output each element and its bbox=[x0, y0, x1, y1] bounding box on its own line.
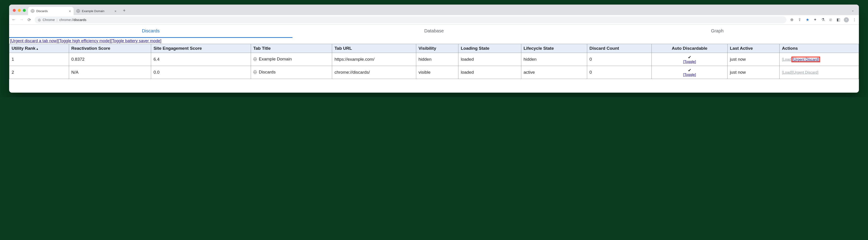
discards-table: Utility Rank Reactivation Score Site Eng… bbox=[9, 44, 859, 79]
load-action-link[interactable]: [Load] bbox=[782, 58, 792, 61]
toggle-battery-saver-link[interactable]: [Toggle battery saver mode] bbox=[111, 38, 161, 43]
zoom-icon[interactable]: ⊕ bbox=[789, 17, 794, 22]
cell-auto-discardable: ✔[Toggle] bbox=[652, 66, 727, 79]
tab-title: Example Domain bbox=[82, 9, 104, 13]
table-row: 2N/A0.0Discardschrome://discards/visible… bbox=[9, 66, 859, 79]
globe-icon bbox=[76, 9, 80, 13]
check-icon: ✔ bbox=[688, 68, 691, 72]
browser-tab-example[interactable]: Example Domain × bbox=[73, 7, 119, 15]
url-prefix: Chrome bbox=[43, 18, 55, 22]
url-dim: chrome:// bbox=[59, 18, 73, 22]
urgent-discard-action-link[interactable]: [Urgent Discard] bbox=[792, 57, 819, 62]
cell-loading: loaded bbox=[458, 66, 521, 79]
labs-icon[interactable]: ⚗ bbox=[820, 17, 825, 22]
col-lifecycle-state[interactable]: Lifecycle State bbox=[521, 44, 587, 53]
browser-window: Discards × Example Domain × + ⌄ ← → ⟳ ◎ … bbox=[9, 5, 859, 93]
cell-loading: loaded bbox=[458, 53, 521, 66]
cell-title: Discards bbox=[251, 66, 332, 79]
cell-title: Example Domain bbox=[251, 53, 332, 66]
cell-visibility: hidden bbox=[416, 53, 458, 66]
forward-icon[interactable]: → bbox=[19, 17, 24, 22]
cell-last-active: just now bbox=[727, 66, 780, 79]
cell-rank: 1 bbox=[9, 53, 69, 66]
cell-site-engagement: 0.0 bbox=[151, 66, 251, 79]
address-bar[interactable]: ◎ Chrome | chrome://discards bbox=[35, 17, 786, 23]
table-row: 10.83726.4Example Domainhttps://example.… bbox=[9, 53, 859, 66]
close-tab-icon[interactable]: × bbox=[69, 9, 71, 13]
toggle-link[interactable]: [Toggle] bbox=[654, 60, 725, 64]
cell-discard-count: 0 bbox=[587, 53, 651, 66]
cell-visibility: visible bbox=[416, 66, 458, 79]
col-actions[interactable]: Actions bbox=[780, 44, 859, 53]
globe-icon bbox=[253, 70, 257, 74]
cast-icon[interactable]: ⎚ bbox=[828, 18, 833, 22]
cell-reactivation: 0.8372 bbox=[69, 53, 151, 66]
menu-icon[interactable]: ⋮ bbox=[852, 17, 857, 22]
sidepanel-icon[interactable]: ◧ bbox=[836, 17, 841, 22]
cell-discard-count: 0 bbox=[587, 66, 651, 79]
globe-icon bbox=[253, 57, 257, 61]
cell-url: https://example.com/ bbox=[332, 53, 416, 66]
site-info-icon[interactable]: ◎ bbox=[38, 18, 41, 22]
cell-reactivation: N/A bbox=[69, 66, 151, 79]
browser-tab-discards[interactable]: Discards × bbox=[28, 7, 73, 15]
cell-site-engagement: 6.4 bbox=[151, 53, 251, 66]
bookmark-star-icon[interactable]: ★ bbox=[805, 17, 810, 22]
cell-url: chrome://discards/ bbox=[332, 66, 416, 79]
cell-lifecycle: hidden bbox=[521, 53, 587, 66]
traffic-lights bbox=[13, 9, 26, 12]
cell-last-active: just now bbox=[727, 53, 780, 66]
col-reactivation-score[interactable]: Reactivation Score bbox=[69, 44, 151, 53]
globe-icon bbox=[31, 9, 34, 13]
load-action-link[interactable]: [Load] bbox=[782, 70, 792, 74]
maximize-window-dot[interactable] bbox=[23, 9, 26, 12]
toolbar: ← → ⟳ ◎ Chrome | chrome://discards ⊕ ⇪ ★… bbox=[9, 15, 859, 25]
cell-actions: [Load][Urgent Discard] bbox=[780, 66, 859, 79]
top-link-bar: [Urgent discard a tab now][Toggle high e… bbox=[9, 38, 859, 44]
new-tab-button[interactable]: + bbox=[121, 8, 127, 13]
url-path: discards bbox=[73, 18, 86, 22]
toggle-link[interactable]: [Toggle] bbox=[654, 73, 725, 77]
table-body: 10.83726.4Example Domainhttps://example.… bbox=[9, 53, 859, 79]
back-icon[interactable]: ← bbox=[11, 17, 16, 22]
cell-auto-discardable: ✔[Toggle] bbox=[652, 53, 727, 66]
col-site-engagement[interactable]: Site Engagement Score bbox=[151, 44, 251, 53]
tab-strip: Discards × Example Domain × + ⌄ bbox=[9, 5, 859, 15]
page-tab-bar: Discards Database Graph bbox=[9, 25, 859, 38]
profile-avatar[interactable]: • bbox=[844, 17, 849, 22]
reload-icon[interactable]: ⟳ bbox=[27, 17, 31, 22]
tab-discards[interactable]: Discards bbox=[9, 25, 292, 38]
cell-actions: [Load][Urgent Discard] bbox=[780, 53, 859, 66]
col-tab-url[interactable]: Tab URL bbox=[332, 44, 416, 53]
tab-title: Discards bbox=[36, 9, 48, 13]
col-visibility[interactable]: Visibility bbox=[416, 44, 458, 53]
col-discard-count[interactable]: Discard Count bbox=[587, 44, 651, 53]
col-tab-title[interactable]: Tab Title bbox=[251, 44, 332, 53]
toggle-high-efficiency-link[interactable]: [Toggle high efficiency mode] bbox=[58, 38, 111, 43]
table-header: Utility Rank Reactivation Score Site Eng… bbox=[9, 44, 859, 53]
col-loading-state[interactable]: Loading State bbox=[458, 44, 521, 53]
urgent-discard-now-link[interactable]: [Urgent discard a tab now] bbox=[10, 38, 58, 43]
cell-rank: 2 bbox=[9, 66, 69, 79]
close-window-dot[interactable] bbox=[13, 9, 16, 12]
tab-graph[interactable]: Graph bbox=[576, 25, 859, 38]
urgent-discard-action-link[interactable]: [Urgent Discard] bbox=[792, 70, 818, 74]
cell-lifecycle: active bbox=[521, 66, 587, 79]
expand-icon[interactable]: ⌄ bbox=[851, 8, 854, 12]
tab-database[interactable]: Database bbox=[292, 25, 576, 38]
check-icon: ✔ bbox=[688, 55, 691, 60]
col-utility-rank[interactable]: Utility Rank bbox=[9, 44, 69, 53]
share-icon[interactable]: ⇪ bbox=[797, 17, 802, 22]
col-auto-discardable[interactable]: Auto Discardable bbox=[652, 44, 727, 53]
extensions-icon[interactable]: ✦ bbox=[813, 17, 817, 22]
close-tab-icon[interactable]: × bbox=[115, 9, 117, 13]
minimize-window-dot[interactable] bbox=[18, 9, 21, 12]
col-last-active[interactable]: Last Active bbox=[727, 44, 780, 53]
